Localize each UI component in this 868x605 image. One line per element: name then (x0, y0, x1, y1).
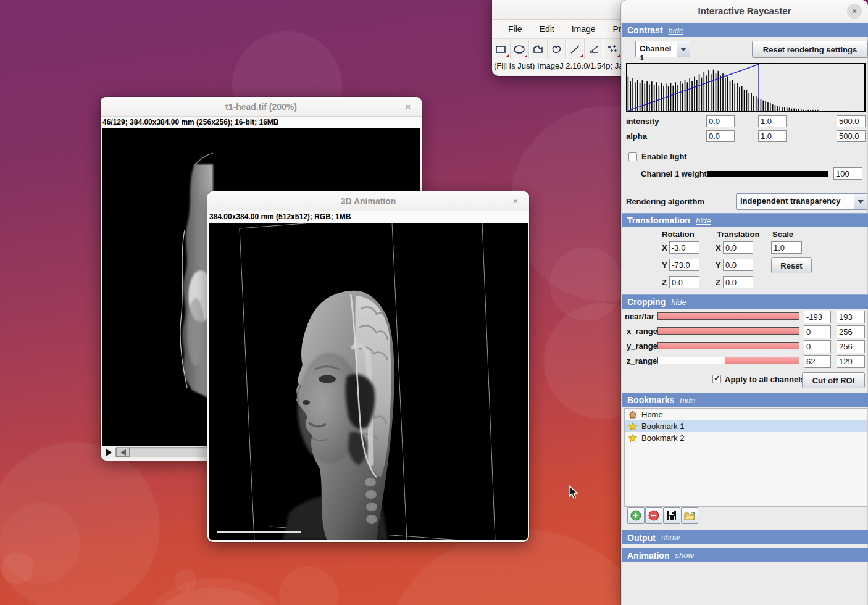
animation-show-link[interactable]: show (675, 551, 693, 560)
rotation-x-axis-label: X (662, 243, 667, 252)
alpha-gamma-field[interactable] (758, 130, 787, 142)
angle-tool-icon[interactable] (585, 39, 603, 59)
cropping-title: Cropping (627, 297, 666, 307)
transformation-reset-button[interactable]: Reset (771, 257, 812, 273)
yrange-lo-field[interactable] (804, 340, 831, 353)
intensity-min-field[interactable] (706, 115, 735, 127)
point-tool-icon[interactable] (603, 39, 622, 59)
channel-weight-slider[interactable] (707, 171, 828, 177)
close-icon[interactable]: × (403, 101, 414, 112)
bookmark-item-1[interactable]: Bookmark 1 (625, 420, 867, 432)
translation-y-axis-label: Y (716, 261, 721, 270)
bookmark-item-home[interactable]: Home (625, 409, 867, 420)
enable-light-label: Enable light (641, 152, 687, 161)
translation-x-axis-label: X (716, 243, 721, 252)
menu-edit[interactable]: Edit (531, 22, 563, 36)
load-bookmarks-button[interactable] (681, 507, 698, 524)
chevron-down-icon[interactable] (854, 194, 867, 209)
bookmark-item-2[interactable]: Bookmark 2 (625, 432, 867, 444)
close-icon[interactable]: × (847, 4, 862, 19)
slice-slider-thumb[interactable] (116, 448, 130, 457)
zrange-lo-field[interactable] (804, 355, 831, 368)
raycaster-titlebar[interactable]: Interactive Raycaster × (621, 0, 868, 22)
nearfar-lo-field[interactable] (804, 311, 831, 323)
output-title: Output (627, 533, 656, 543)
3d-animation-titlebar[interactable]: 3D Animation × (207, 191, 529, 211)
rectangle-tool-icon[interactable] (492, 39, 511, 59)
home-icon (628, 411, 637, 419)
channel-select-value: Channel 1 (636, 41, 677, 57)
translation-z-field[interactable] (723, 276, 753, 288)
channel-weight-label: Channel 1 weight (641, 169, 707, 178)
nearfar-slider[interactable] (657, 312, 799, 320)
rotation-z-field[interactable] (669, 276, 699, 288)
cropping-hide-link[interactable]: hide (671, 298, 686, 307)
intensity-gamma-field[interactable] (758, 115, 787, 127)
add-bookmark-button[interactable] (627, 507, 645, 524)
contrast-title: Contrast (627, 25, 663, 35)
translation-y-field[interactable] (723, 259, 753, 271)
star-icon (628, 422, 637, 430)
3d-head-render (209, 223, 528, 540)
remove-bookmark-button[interactable] (645, 507, 662, 524)
yrange-slider[interactable] (657, 342, 799, 349)
oval-tool-icon[interactable] (511, 39, 529, 59)
scale-field[interactable] (771, 241, 802, 254)
zrange-label: z_range (627, 356, 657, 365)
channel-select[interactable]: Channel 1 (635, 41, 690, 57)
close-icon[interactable]: × (510, 196, 521, 207)
translation-x-field[interactable] (723, 241, 753, 254)
bookmark-label: Bookmark 2 (641, 433, 684, 443)
rotation-x-field[interactable] (669, 241, 699, 254)
bookmarks-hide-link[interactable]: hide (680, 396, 695, 405)
intensity-max-field[interactable] (837, 115, 866, 127)
save-bookmarks-button[interactable] (663, 507, 680, 524)
rendering-algorithm-select[interactable]: Independent transparency (736, 193, 867, 210)
3d-animation-window-title: 3D Animation (341, 196, 396, 206)
channel-weight-field[interactable] (833, 167, 862, 180)
translation-column-header: Translation (717, 230, 759, 239)
bookmarks-title: Bookmarks (627, 395, 674, 405)
minus-icon (648, 510, 659, 521)
t1-head-titlebar[interactable]: t1-head.tif (200%) × (101, 97, 422, 117)
chevron-down-icon[interactable] (677, 41, 690, 57)
enable-light-checkbox[interactable] (628, 152, 637, 161)
transformation-section-header: Transformation hide (622, 213, 868, 227)
yrange-hi-field[interactable] (837, 340, 865, 353)
alpha-min-field[interactable] (706, 130, 735, 142)
cropping-section-header: Cropping hide (622, 294, 868, 309)
rotation-y-field[interactable] (669, 259, 699, 271)
animation-title: Animation (627, 551, 669, 561)
transformation-hide-link[interactable]: hide (696, 216, 711, 225)
nearfar-hi-field[interactable] (837, 311, 865, 323)
contrast-hide-link[interactable]: hide (669, 26, 684, 35)
cut-off-roi-button[interactable]: Cut off ROI (802, 372, 865, 388)
transformation-title: Transformation (627, 215, 690, 225)
t1-head-window-title: t1-head.tif (200%) (225, 102, 297, 112)
apply-to-all-channels-checkbox[interactable] (712, 375, 721, 383)
rotation-column-header: Rotation (662, 230, 695, 239)
zrange-slider[interactable] (657, 357, 799, 364)
polygon-tool-icon[interactable] (529, 39, 548, 59)
output-show-link[interactable]: show (661, 533, 680, 542)
contrast-histogram[interactable] (626, 63, 866, 112)
menu-image[interactable]: Image (563, 22, 604, 36)
contrast-section-header: Contrast hide (622, 23, 868, 37)
xrange-lo-field[interactable] (804, 325, 831, 338)
line-tool-icon[interactable] (566, 39, 585, 59)
xrange-hi-field[interactable] (837, 325, 865, 338)
menu-file[interactable]: File (499, 22, 531, 36)
3d-animation-window: 3D Animation × 384.00x384.00 mm (512x512… (207, 191, 529, 542)
play-icon[interactable] (104, 448, 113, 457)
3d-render-canvas[interactable] (209, 223, 528, 540)
open-folder-icon (684, 511, 696, 521)
yrange-label: y_range (627, 341, 657, 351)
alpha-max-field[interactable] (837, 130, 866, 142)
reset-rendering-settings-button[interactable]: Reset rendering settings (752, 41, 868, 58)
freehand-tool-icon[interactable] (548, 39, 566, 59)
xrange-slider[interactable] (657, 327, 799, 335)
zrange-hi-field[interactable] (837, 355, 865, 368)
raycaster-window-title: Interactive Raycaster (698, 6, 791, 16)
3d-animation-status-text: 384.00x384.00 mm (512x512); RGB; 1MB (207, 211, 529, 223)
apply-to-all-channels-label: Apply to all channels (725, 375, 805, 384)
